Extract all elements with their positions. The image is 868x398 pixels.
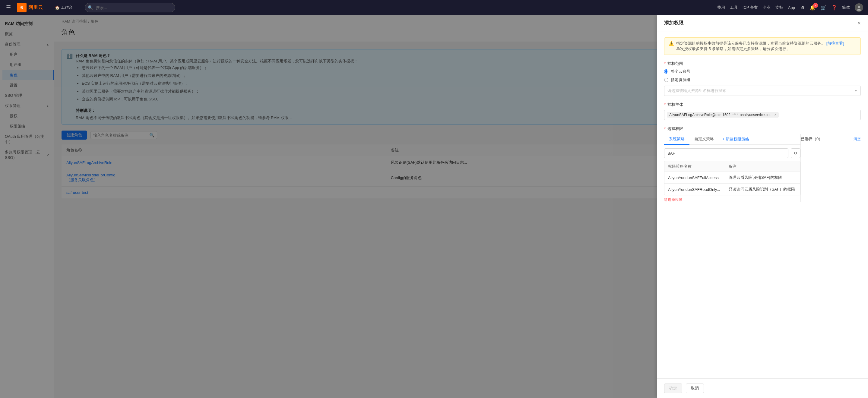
logo: 云 阿里云 — [17, 3, 43, 12]
screen-icon[interactable]: 🖥 — [800, 5, 805, 10]
drawer-header: 添加权限 × — [657, 15, 868, 31]
add-permission-drawer: 添加权限 × ⚠️ 指定资源组的授权生效前提是该云服务已支持资源组，查看当前支持… — [657, 15, 868, 398]
nav-tool[interactable]: 工具 — [730, 5, 738, 10]
notify-icon[interactable]: 🔔 2 — [809, 5, 815, 10]
policy-search-input[interactable] — [664, 148, 788, 158]
policy-two-col: 系统策略 自定义策略 + 新建权限策略 ↺ — [664, 134, 861, 202]
nav-support[interactable]: 支持 — [775, 5, 783, 10]
refresh-icon: ↺ — [794, 151, 798, 156]
policy-note-2: 只读访问云盾风险识别（SAF）的权限 — [725, 184, 800, 195]
policy-col-name: 权限策略名称 — [664, 161, 725, 172]
resource-placeholder: 请选择或输入资源组名称进行搜索 — [668, 88, 726, 93]
policy-col-note: 备注 — [725, 161, 800, 172]
policy-tab-bar: 系统策略 自定义策略 + 新建权限策略 — [664, 134, 801, 145]
tab-new-policy[interactable]: + 新建权限策略 — [719, 134, 753, 145]
principal-tag-input: AliyunSAFLogArchiveRole@role.1502 **** o… — [664, 110, 861, 120]
drawer-body: ⚠️ 指定资源组的授权生效前提是该云服务已支持资源组，查看当前支持资源组的云服务… — [657, 31, 868, 378]
resource-select-wrap: 请选择或输入资源组名称进行搜索 — [664, 86, 861, 96]
selected-header: 已选择（0） 清空 — [801, 134, 861, 144]
tab-custom-policy[interactable]: 自定义策略 — [689, 134, 719, 145]
policy-error-text: 请选择权限 — [664, 197, 801, 202]
policy-label: * 选择权限 — [664, 126, 861, 131]
policy-name-2: AliyunYundunSAFReadOnly... — [664, 184, 725, 195]
top-navigation: ☰ 云 阿里云 🏠 工作台 🔍 费用 工具 ICP 备案 企业 支持 App 🖥… — [0, 0, 868, 15]
svg-point-3 — [857, 9, 861, 10]
search-icon: 🔍 — [88, 5, 93, 10]
table-row[interactable]: AliyunYundunSAFReadOnly... 只读访问云盾风险识别（SA… — [664, 184, 800, 195]
search-bar: 🔍 — [85, 3, 175, 12]
svg-text:云: 云 — [20, 6, 23, 9]
scope-all-option[interactable]: 整个云账号 — [664, 69, 861, 74]
policy-header-row: 权限策略名称 备注 — [664, 161, 800, 172]
nav-app[interactable]: App — [788, 5, 795, 10]
search-input[interactable] — [85, 3, 175, 12]
required-mark-2: * — [664, 102, 665, 107]
close-button[interactable]: × — [858, 21, 861, 26]
scope-radio-group: 整个云账号 指定资源组 — [664, 69, 861, 83]
refresh-button[interactable]: ↺ — [791, 148, 801, 158]
drawer-footer: 确定 取消 — [657, 378, 868, 398]
policy-table: 权限策略名称 备注 AliyunYundunSAFFullAccess 管理云盾… — [664, 161, 800, 195]
workbench-link[interactable]: 🏠 工作台 — [53, 4, 75, 11]
user-avatar[interactable] — [855, 3, 863, 12]
search-wrap: 🔍 — [85, 3, 175, 12]
policy-search-bar: ↺ — [664, 148, 801, 158]
scope-group-radio[interactable] — [664, 78, 668, 82]
lang-label[interactable]: 简体 — [842, 5, 850, 10]
drawer-title: 添加权限 — [664, 20, 683, 26]
policy-left: 系统策略 自定义策略 + 新建权限策略 ↺ — [664, 134, 801, 202]
scope-group-option[interactable]: 指定资源组 — [664, 77, 861, 83]
workbench-label: 工作台 — [61, 5, 73, 10]
logo-icon: 云 — [17, 3, 27, 12]
principal-section: * 授权主体 AliyunSAFLogArchiveRole@role.1502… — [664, 102, 861, 120]
cart-icon[interactable]: 🛒 — [820, 5, 826, 10]
required-mark-3: * — [664, 126, 665, 131]
menu-toggle-button[interactable]: ☰ — [5, 3, 12, 12]
principal-tag-suffix: onaliyunservice.co... — [740, 113, 773, 117]
resource-group-select[interactable]: 请选择或输入资源组名称进行搜索 — [664, 86, 861, 96]
required-mark: * — [664, 61, 665, 66]
warning-text: 指定资源组的授权生效前提是该云服务已支持资源组，查看当前支持资源组的云服务。 — [676, 41, 825, 45]
help-icon[interactable]: ❓ — [831, 5, 837, 10]
warning-sub: 单次授权最多支持 5 条策略，如需绑定更多策略，请分多次进行。 — [676, 47, 790, 51]
warning-link[interactable]: [前往查看] — [826, 41, 844, 45]
policy-table-wrap: 权限策略名称 备注 AliyunYundunSAFFullAccess 管理云盾… — [664, 161, 801, 195]
notify-badge: 2 — [813, 3, 818, 8]
nav-right: 费用 工具 ICP 备案 企业 支持 App 🖥 🔔 2 🛒 ❓ 简体 — [717, 3, 863, 12]
tab-system-policy[interactable]: 系统策略 — [664, 134, 689, 145]
warning-content: 指定资源组的授权生效前提是该云服务已支持资源组，查看当前支持资源组的云服务。 [… — [676, 41, 844, 52]
scope-all-label: 整个云账号 — [671, 69, 690, 74]
nav-fee[interactable]: 费用 — [717, 5, 725, 10]
nav-enterprise[interactable]: 企业 — [763, 5, 771, 10]
nav-icp[interactable]: ICP 备案 — [743, 5, 758, 10]
scope-all-radio[interactable] — [664, 69, 668, 73]
warning-banner: ⚠️ 指定资源组的授权生效前提是该云服务已支持资源组，查看当前支持资源组的云服务… — [664, 37, 861, 55]
cancel-button[interactable]: 取消 — [686, 384, 704, 393]
selected-count-label: 已选择（0） — [801, 136, 823, 142]
table-row[interactable]: AliyunYundunSAFFullAccess 管理云盾风险识别(SAF)的… — [664, 172, 800, 184]
policy-name-1: AliyunYundunSAFFullAccess — [664, 172, 725, 184]
policy-table-body: AliyunYundunSAFFullAccess 管理云盾风险识别(SAF)的… — [664, 172, 800, 195]
confirm-button: 确定 — [664, 384, 682, 393]
clear-button[interactable]: 清空 — [854, 136, 861, 142]
scope-section: * 授权范围 整个云账号 指定资源组 请选择或输入资源组名称进行搜索 — [664, 61, 861, 96]
home-icon: 🏠 — [55, 5, 60, 10]
logo-text: 阿里云 — [28, 4, 43, 11]
scope-label: * 授权范围 — [664, 61, 861, 66]
scope-group-label: 指定资源组 — [671, 77, 690, 83]
policy-table-head: 权限策略名称 备注 — [664, 161, 800, 172]
principal-tag-text: AliyunSAFLogArchiveRole@role.1502 — [669, 113, 731, 117]
policy-right: 已选择（0） 清空 — [801, 134, 861, 202]
policy-note-1: 管理云盾风险识别(SAF)的权限 — [725, 172, 800, 184]
warning-icon: ⚠️ — [669, 41, 674, 46]
principal-tag-ellipsis: **** — [732, 113, 738, 117]
principal-label: * 授权主体 — [664, 102, 861, 108]
principal-tag-close[interactable]: × — [774, 113, 776, 117]
principal-tag: AliyunSAFLogArchiveRole@role.1502 **** o… — [667, 112, 779, 118]
policy-section: * 选择权限 系统策略 自定义策略 + 新建权限策略 ↺ — [664, 126, 861, 202]
svg-point-2 — [858, 6, 860, 8]
